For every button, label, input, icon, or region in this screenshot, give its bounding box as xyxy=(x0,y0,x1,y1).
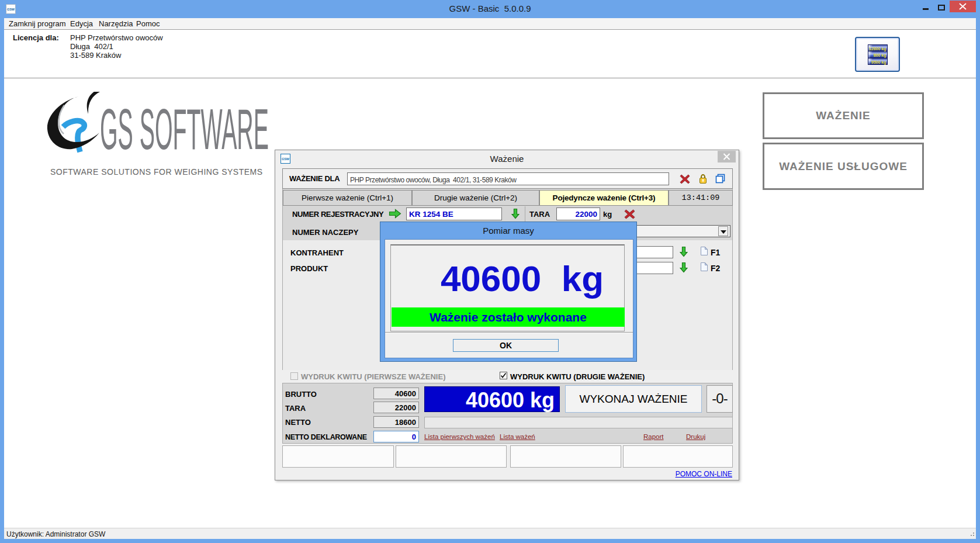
svg-text:800 kg: 800 kg xyxy=(874,53,886,58)
svg-text:12600 kg: 12600 kg xyxy=(869,47,886,51)
svg-text:9500 kg: 9500 kg xyxy=(871,60,886,65)
svg-text:GSW: GSW xyxy=(7,8,15,11)
svg-text:GSW: GSW xyxy=(282,157,290,161)
